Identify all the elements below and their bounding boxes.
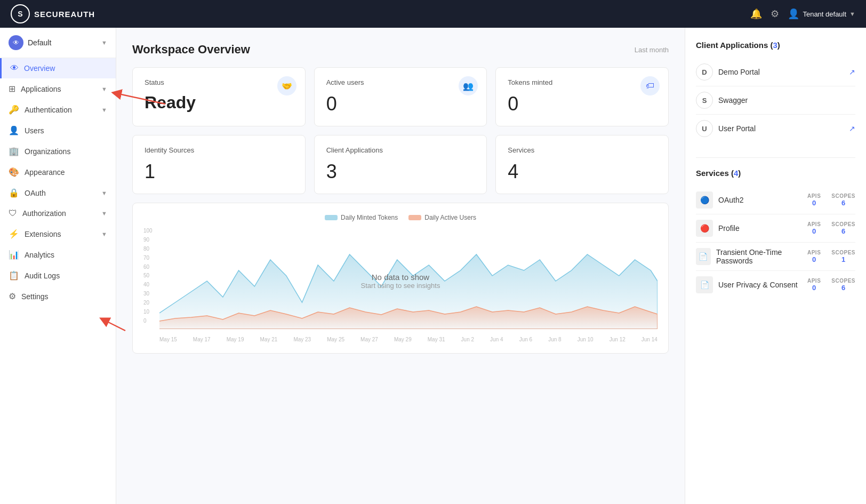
- sidebar-item-authentication[interactable]: 🔑 Authentication ▼: [0, 99, 116, 120]
- app-item-swagger: S Swagger: [696, 86, 855, 115]
- sidebar-label-authorization: Authorization: [22, 209, 66, 218]
- chart-area: 10090807060 50403020100: [143, 228, 657, 334]
- x-label: Jun 6: [519, 337, 532, 342]
- service-name-totp: Transient One-Time Passwords: [716, 248, 807, 265]
- main-content: Workspace Overview Last month Status Rea…: [116, 28, 685, 504]
- page-title: Workspace Overview: [132, 43, 250, 57]
- service-icon-privacy: 📄: [696, 276, 713, 293]
- layout: 👁 Default ▼ 👁 Overview ⊞ Applications ▼ …: [0, 28, 866, 504]
- users-nav-icon: 👤: [9, 125, 19, 135]
- app-avatar-demo-portal: D: [696, 63, 713, 81]
- chart-no-data: No data to show Start using to see insig…: [361, 273, 440, 290]
- x-label: May 15: [159, 337, 177, 342]
- sidebar-item-settings[interactable]: ⚙ Settings: [0, 286, 116, 307]
- authorization-nav-icon: 🛡: [9, 209, 17, 218]
- topnav: S SECUREAUTH 🔔 ⚙ 👤 Tenant default ▼: [0, 0, 866, 28]
- organizations-nav-icon: 🏢: [9, 146, 19, 156]
- extensions-nav-icon: ⚡: [9, 229, 19, 239]
- service-scopes-privacy: SCOPES 6: [831, 278, 855, 292]
- stat-card-active-users: Active users 0 👥: [314, 67, 487, 126]
- chart-x-labels: May 15May 17May 19May 21May 23May 25May …: [143, 337, 657, 342]
- service-item-privacy: 📄 User Privacy & Consent APIS 0 SCOPES 6: [696, 271, 855, 299]
- sidebar-item-users[interactable]: 👤 Users: [0, 120, 116, 141]
- service-scopes-totp: SCOPES 1: [831, 250, 855, 263]
- client-applications-title: Client Applications (3): [696, 41, 855, 50]
- service-apis-oauth2: APIS 0: [807, 193, 821, 207]
- notification-icon[interactable]: 🔔: [750, 8, 762, 20]
- sidebar-label-organizations: Organizations: [25, 147, 70, 156]
- x-label: May 23: [293, 337, 311, 342]
- service-icon-oauth2: 🔵: [696, 191, 713, 209]
- sidebar-item-appearance[interactable]: 🎨 Appearance: [0, 162, 116, 182]
- stats-row-2: Identity Sources 1 Client Applications 3…: [132, 135, 669, 194]
- topnav-right: 🔔 ⚙ 👤 Tenant default ▼: [750, 8, 855, 20]
- tenant-selector[interactable]: 👤 Tenant default ▼: [788, 8, 855, 20]
- stat-value-services: 4: [508, 161, 656, 183]
- right-panel: Client Applications (3) D Demo Portal ↗ …: [685, 28, 866, 504]
- x-label: May 17: [193, 337, 211, 342]
- chart-no-data-sub: Start using to see insights: [361, 282, 440, 290]
- sidebar: 👁 Default ▼ 👁 Overview ⊞ Applications ▼ …: [0, 28, 116, 504]
- page-header: Workspace Overview Last month: [132, 43, 669, 57]
- chart-y-labels: 10090807060 50403020100: [143, 228, 153, 324]
- sidebar-label-oauth: OAuth: [25, 189, 46, 197]
- stat-card-identity-sources: Identity Sources 1: [132, 135, 306, 194]
- x-label: May 25: [327, 337, 344, 342]
- x-label: Jun 14: [642, 337, 657, 342]
- audit-logs-nav-icon: 📋: [9, 270, 19, 281]
- client-app-count: 3: [773, 41, 777, 50]
- stat-value-status: Ready: [145, 93, 293, 113]
- sidebar-label-users: Users: [25, 126, 44, 135]
- chart-legend: Daily Minted Tokens Daily Active Users: [143, 214, 657, 221]
- service-icon-profile: 🔴: [696, 220, 713, 237]
- brand-name: SECUREAUTH: [34, 10, 95, 19]
- service-apis-privacy: APIS 0: [807, 278, 821, 292]
- services-count: 4: [734, 169, 738, 178]
- service-item-totp: 📄 Transient One-Time Passwords APIS 0 SC…: [696, 243, 855, 271]
- sidebar-item-authorization[interactable]: 🛡 Authorization ▼: [0, 203, 116, 223]
- sidebar-item-organizations[interactable]: 🏢 Organizations: [0, 141, 116, 162]
- service-apis-profile: APIS 0: [807, 221, 821, 235]
- sidebar-label-authentication: Authentication: [25, 106, 72, 114]
- legend-active-label: Daily Active Users: [424, 214, 476, 221]
- stat-card-client-applications: Client Applications 3: [314, 135, 487, 194]
- sidebar-item-audit-logs[interactable]: 📋 Audit Logs: [0, 265, 116, 286]
- service-name-profile: Profile: [718, 224, 740, 233]
- stat-card-services: Services 4: [495, 135, 669, 194]
- sidebar-item-oauth[interactable]: 🔒 OAuth ▼: [0, 182, 116, 203]
- sidebar-label-analytics: Analytics: [25, 251, 54, 259]
- sidebar-item-analytics[interactable]: 📊 Analytics: [0, 244, 116, 265]
- app-name-demo-portal: Demo Portal: [718, 68, 760, 76]
- workspace-selector[interactable]: 👁 Default ▼: [0, 28, 116, 58]
- sidebar-item-overview[interactable]: 👁 Overview: [0, 58, 116, 78]
- chevron-icon-authorization: ▼: [101, 210, 107, 217]
- stats-row-1: Status Ready 🤝 Active users 0 👥 Tokens m…: [132, 67, 669, 126]
- services-list: 🔵 OAuth2 APIS 0 SCOPES 6 🔴 Profile: [696, 186, 855, 299]
- service-icon-totp: 📄: [696, 248, 711, 265]
- nav-items: 👁 Overview ⊞ Applications ▼ 🔑 Authentica…: [0, 58, 116, 307]
- stat-value-client-applications: 3: [326, 161, 475, 183]
- settings-icon[interactable]: ⚙: [771, 8, 779, 20]
- overview-nav-icon: 👁: [10, 63, 19, 73]
- x-label: May 27: [360, 337, 378, 342]
- chart-no-data-title: No data to show: [361, 273, 440, 282]
- chevron-icon-oauth: ▼: [101, 190, 107, 196]
- sidebar-item-applications[interactable]: ⊞ Applications ▼: [0, 78, 116, 99]
- settings-nav-icon: ⚙: [9, 291, 16, 301]
- chart-card: Daily Minted Tokens Daily Active Users 1…: [132, 203, 669, 354]
- external-link-user-portal[interactable]: ↗: [849, 124, 855, 133]
- sidebar-label-extensions: Extensions: [25, 230, 61, 238]
- sidebar-item-extensions[interactable]: ⚡ Extensions ▼: [0, 223, 116, 244]
- sidebar-label-applications: Applications: [21, 85, 61, 93]
- chevron-icon-applications: ▼: [101, 86, 107, 92]
- legend-minted-label: Daily Minted Tokens: [341, 214, 398, 221]
- external-link-demo-portal[interactable]: ↗: [849, 68, 855, 76]
- client-app-list: D Demo Portal ↗ S Swagger U User Portal …: [696, 58, 855, 142]
- divider: [696, 157, 855, 158]
- services-section: Services (4) 🔵 OAuth2 APIS 0 SCOPES 6: [696, 169, 855, 299]
- tenant-chevron-icon: ▼: [849, 11, 855, 17]
- x-label: May 31: [428, 337, 445, 342]
- workspace-icon: 👁: [9, 35, 23, 50]
- tenant-label: Tenant default: [803, 10, 846, 18]
- legend-orange-dot: [408, 215, 421, 220]
